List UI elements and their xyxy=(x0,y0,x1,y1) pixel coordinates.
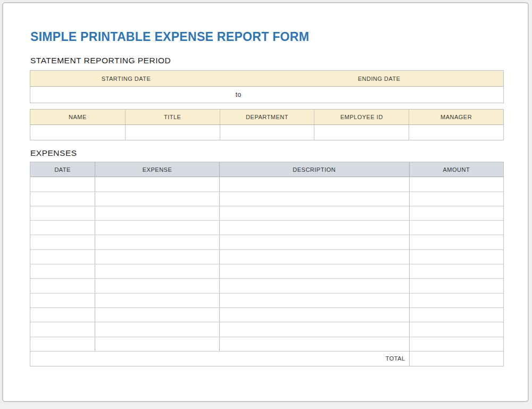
expense-amount-cell[interactable] xyxy=(409,264,503,278)
expense-description-cell[interactable] xyxy=(219,322,409,336)
starting-date-field[interactable] xyxy=(30,87,222,103)
expense-amount-cell[interactable] xyxy=(409,322,503,336)
expense-description-cell[interactable] xyxy=(219,264,409,278)
expense-date-cell[interactable] xyxy=(30,279,95,293)
expense-name-cell[interactable] xyxy=(95,177,219,191)
expenses-table: DATE EXPENSE DESCRIPTION AMOUNT TOTAL xyxy=(30,162,504,366)
expense-name-cell[interactable] xyxy=(95,337,219,351)
expenses-total-row: TOTAL xyxy=(30,352,503,366)
expense-amount-cell[interactable] xyxy=(409,206,503,220)
expense-description-cell[interactable] xyxy=(219,235,409,249)
expense-date-cell[interactable] xyxy=(30,177,95,191)
expense-amount-cell[interactable] xyxy=(409,294,503,307)
expense-date-cell[interactable] xyxy=(30,337,95,351)
expense-description-cell[interactable] xyxy=(219,279,409,293)
expense-row xyxy=(30,308,503,322)
expense-description-cell[interactable] xyxy=(219,177,409,191)
expense-rows xyxy=(30,177,503,352)
amount-header: AMOUNT xyxy=(409,162,503,177)
expense-name-cell[interactable] xyxy=(95,250,219,264)
ending-date-field[interactable] xyxy=(255,87,503,103)
expense-row xyxy=(30,192,503,206)
expense-description-cell[interactable] xyxy=(219,294,409,307)
expense-name-cell[interactable] xyxy=(95,322,219,336)
reporting-period-table: STARTING DATE ENDING DATE to xyxy=(30,70,504,103)
expense-description-cell[interactable] xyxy=(219,337,409,351)
expense-name-cell[interactable] xyxy=(95,264,219,278)
expenses-heading: EXPENSES xyxy=(30,148,504,157)
manager-field[interactable] xyxy=(409,125,503,140)
expense-row xyxy=(30,221,503,235)
form-title: SIMPLE PRINTABLE EXPENSE REPORT FORM xyxy=(30,30,504,43)
department-field[interactable] xyxy=(220,125,314,140)
expense-amount-cell[interactable] xyxy=(409,337,503,351)
description-header: DESCRIPTION xyxy=(219,162,409,177)
expense-name-cell[interactable] xyxy=(95,206,219,220)
expense-row xyxy=(30,177,503,191)
expense-amount-cell[interactable] xyxy=(409,177,503,191)
employee-value-row xyxy=(30,125,503,140)
expense-amount-cell[interactable] xyxy=(409,279,503,293)
expense-description-cell[interactable] xyxy=(219,221,409,235)
expenses-header-row: DATE EXPENSE DESCRIPTION AMOUNT xyxy=(30,162,503,177)
expense-amount-cell[interactable] xyxy=(409,250,503,264)
date-header: DATE xyxy=(30,162,95,177)
to-label: to xyxy=(222,87,255,103)
reporting-period-value-row: to xyxy=(30,87,503,103)
expense-row xyxy=(30,206,503,221)
expense-row xyxy=(30,264,503,279)
manager-header: MANAGER xyxy=(409,110,503,124)
expense-amount-cell[interactable] xyxy=(409,221,503,235)
expense-header: EXPENSE xyxy=(95,162,219,177)
ending-date-header: ENDING DATE xyxy=(255,71,503,86)
expense-row xyxy=(30,322,503,337)
expense-row xyxy=(30,294,503,308)
expense-name-cell[interactable] xyxy=(95,279,219,293)
employee-id-field[interactable] xyxy=(314,125,409,140)
expense-name-cell[interactable] xyxy=(95,221,219,235)
expense-date-cell[interactable] xyxy=(30,235,95,249)
expense-date-cell[interactable] xyxy=(30,206,95,220)
reporting-period-heading: STATEMENT REPORTING PERIOD xyxy=(30,56,504,65)
expense-date-cell[interactable] xyxy=(30,308,95,322)
expense-date-cell[interactable] xyxy=(30,192,95,206)
expense-date-cell[interactable] xyxy=(30,322,95,336)
employee-info-table: NAME TITLE DEPARTMENT EMPLOYEE ID MANAGE… xyxy=(30,109,504,140)
expense-name-cell[interactable] xyxy=(95,308,219,322)
expense-amount-cell[interactable] xyxy=(409,308,503,322)
reporting-period-header-row: STARTING DATE ENDING DATE xyxy=(30,71,503,87)
expense-description-cell[interactable] xyxy=(219,308,409,322)
expense-description-cell[interactable] xyxy=(219,206,409,220)
expense-row xyxy=(30,279,503,293)
expense-description-cell[interactable] xyxy=(219,250,409,264)
expense-date-cell[interactable] xyxy=(30,264,95,278)
starting-date-header: STARTING DATE xyxy=(30,71,222,86)
expense-date-cell[interactable] xyxy=(30,294,95,307)
employee-header-row: NAME TITLE DEPARTMENT EMPLOYEE ID MANAGE… xyxy=(30,110,503,125)
total-label: TOTAL xyxy=(30,352,409,366)
expense-amount-cell[interactable] xyxy=(409,235,503,249)
employee-id-header: EMPLOYEE ID xyxy=(314,110,409,124)
expense-row xyxy=(30,250,503,264)
title-header: TITLE xyxy=(125,110,220,124)
expense-name-cell[interactable] xyxy=(95,294,219,307)
period-header-spacer xyxy=(222,71,255,86)
page: SIMPLE PRINTABLE EXPENSE REPORT FORM STA… xyxy=(2,2,529,402)
name-header: NAME xyxy=(30,110,125,124)
expense-date-cell[interactable] xyxy=(30,250,95,264)
expense-date-cell[interactable] xyxy=(30,221,95,235)
name-field[interactable] xyxy=(30,125,125,140)
expense-name-cell[interactable] xyxy=(95,235,219,249)
expense-description-cell[interactable] xyxy=(219,192,409,206)
expense-row xyxy=(30,337,503,352)
expense-name-cell[interactable] xyxy=(95,192,219,206)
total-amount-field[interactable] xyxy=(409,352,503,366)
title-field[interactable] xyxy=(125,125,220,140)
form-content: SIMPLE PRINTABLE EXPENSE REPORT FORM STA… xyxy=(30,3,504,366)
department-header: DEPARTMENT xyxy=(220,110,314,124)
expense-row xyxy=(30,235,503,249)
expense-amount-cell[interactable] xyxy=(409,192,503,206)
